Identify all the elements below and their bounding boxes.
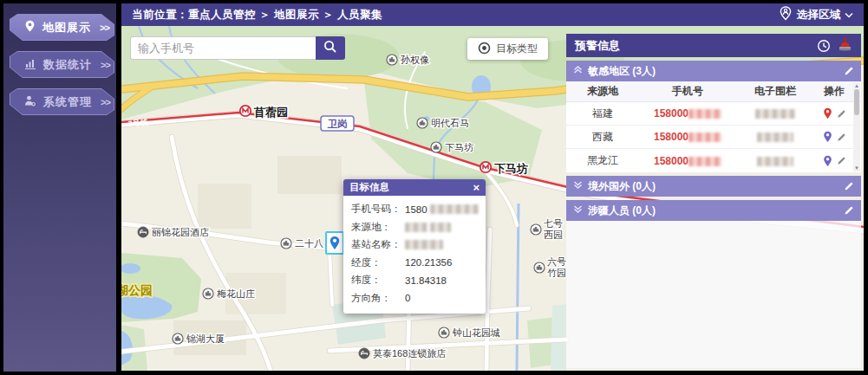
redacted-value (430, 204, 479, 214)
scroll-up-icon[interactable]: ▲ (854, 82, 859, 89)
region-selector-label: 选择区域 (797, 8, 840, 23)
ops-cell (814, 131, 854, 143)
poi-label: 莫泰168连锁旅店 (373, 348, 446, 359)
sidebar-item-system-management[interactable]: 系统管理 >> (10, 88, 114, 115)
user-gear-icon (24, 95, 36, 109)
station-label-muxuyuan: 苜蓿园 (253, 106, 288, 119)
search-input[interactable] (130, 36, 316, 60)
poi-label: 锦湖大厦 (186, 333, 225, 344)
breadcrumb: 当前位置：重点人员管控 ＞ 地图展示 ＞ 人员聚集 (132, 8, 382, 23)
search-button[interactable] (316, 36, 345, 60)
chevron-down-icon (845, 9, 853, 21)
phone-cell: 158000 (639, 155, 736, 167)
station-label-xiamafang: 下马坊 (494, 162, 528, 175)
sidebar-item-label: 地图展示 (42, 20, 91, 36)
warning-panel-header: 预警信息 (566, 34, 861, 57)
section-header-foreign[interactable]: 境外国外 (0人) (566, 176, 861, 197)
sidebar-item-data-statistics[interactable]: 数据统计 >> (10, 51, 114, 78)
redacted-value (405, 223, 427, 232)
redacted-value (430, 223, 451, 232)
sidebar: 地图展示 >> 数据统计 >> 系统管理 >> (3, 3, 116, 372)
section-header-xinjiang[interactable]: 涉疆人员 (0人) (566, 200, 861, 221)
poi-label: 钟山花园城 (452, 327, 500, 338)
phone-cell: 158000 (639, 107, 736, 120)
warning-panel-title: 预警信息 (575, 38, 620, 54)
redacted-value (755, 109, 795, 119)
warning-panel: 预警信息 敏感地区 (3 (566, 34, 861, 368)
edit-pencil-icon[interactable] (837, 133, 846, 142)
redacted-value (689, 157, 721, 166)
map-pin-icon (24, 20, 36, 36)
poi-label: 孙权像 (401, 55, 429, 65)
target-type-label: 目标类型 (496, 42, 538, 56)
region-selector[interactable]: 选择区域 (779, 6, 853, 23)
redacted-value (689, 109, 721, 119)
scroll-down-icon[interactable]: ▼ (854, 165, 859, 171)
edit-pencil-icon[interactable] (844, 181, 854, 191)
locate-pin-icon[interactable] (823, 131, 832, 143)
locate-pin-icon[interactable] (823, 107, 832, 120)
poi-label: 西园 (544, 230, 563, 240)
alert-table: 来源地 手机号 电子围栏 操作 福建 158000 (566, 81, 861, 172)
table-row: 黑龙江 158000 (566, 149, 861, 172)
map-area: 2号线 孙权像 明代石马 下马坊 丽锦花园酒店 二十八 梅花山庄 锦湖大厦 钟山… (121, 26, 864, 371)
edit-pencil-icon[interactable] (837, 109, 846, 119)
chevron-double-up-icon (573, 65, 583, 77)
popup-row-basestation: 基站名称： (351, 238, 478, 251)
redacted-value (405, 240, 443, 249)
poi-label: 下马坊 (445, 142, 473, 152)
road-sign-weigang: 卫岗 (321, 116, 354, 131)
edit-pencil-icon[interactable] (844, 66, 854, 76)
origin-cell: 西藏 (566, 130, 639, 145)
poi-label: 七号 (543, 218, 563, 229)
popup-title: 目标信息 (349, 181, 389, 194)
redacted-value (757, 133, 793, 142)
poi-label: 丽锦花园酒店 (152, 227, 209, 237)
edit-pencil-icon[interactable] (844, 205, 854, 216)
poi-label: 二十八 (295, 238, 323, 249)
search-bar (130, 36, 345, 60)
metro-line-label: 2号线 (127, 118, 148, 128)
base-station-pin-icon (329, 236, 341, 251)
selected-base-station-marker[interactable] (325, 231, 344, 255)
target-info-popup: 目标信息 × 手机号码： 1580 来源地： 基站名称： (343, 179, 486, 314)
poi-label: 竹园 (547, 268, 566, 278)
close-icon[interactable]: × (473, 182, 480, 193)
popup-body: 手机号码： 1580 来源地： 基站名称： 经度： 120.21356 (343, 196, 486, 314)
phone-cell: 158000 (639, 131, 736, 143)
popup-row-longitude: 经度： 120.21356 (351, 256, 478, 269)
sidebar-item-map-display[interactable]: 地图展示 >> (10, 14, 114, 41)
origin-cell: 黑龙江 (566, 153, 639, 168)
ops-cell (814, 107, 854, 120)
person-pin-icon (779, 6, 793, 23)
redacted-value (689, 133, 721, 142)
table-header-row: 来源地 手机号 电子围栏 操作 (566, 81, 861, 102)
table-scrollbar[interactable]: ▲ ▼ (853, 82, 860, 171)
sidebar-item-label: 数据统计 (43, 57, 92, 73)
scrollbar-thumb[interactable] (854, 89, 859, 115)
ops-cell (814, 155, 854, 167)
topbar: 当前位置：重点人员管控 ＞ 地图展示 ＞ 人员聚集 选择区域 (121, 3, 864, 26)
origin-cell: 福建 (566, 107, 639, 121)
fence-cell (736, 107, 814, 120)
popup-header: 目标信息 × (343, 179, 486, 196)
poi-label: 明代石马 (431, 118, 469, 128)
section-header-sensitive-region[interactable]: 敏感地区 (3人) (566, 61, 861, 81)
poi-label: 六号 (547, 256, 566, 267)
main-area: 当前位置：重点人员管控 ＞ 地图展示 ＞ 人员聚集 选择区域 (121, 3, 864, 371)
fence-cell (736, 155, 814, 167)
clock-icon[interactable] (817, 39, 831, 53)
locate-pin-icon[interactable] (823, 155, 832, 167)
edit-pencil-icon[interactable] (837, 156, 846, 165)
sidebar-item-arrow: >> (100, 23, 109, 33)
table-row: 福建 158000 (566, 102, 861, 126)
chevron-double-down-icon (573, 180, 583, 192)
chevron-double-down-icon (573, 204, 583, 217)
target-type-button[interactable]: 目标类型 (467, 38, 548, 60)
sidebar-item-arrow: >> (101, 97, 110, 107)
popup-row-bearing: 方向角： 0 (351, 292, 478, 305)
bar-chart-icon (24, 58, 36, 72)
popup-row-latitude: 纬度： 31.84318 (351, 274, 478, 287)
app-window: 地图展示 >> 数据统计 >> 系统管理 >> (0, 0, 868, 375)
fence-cell (736, 131, 814, 143)
